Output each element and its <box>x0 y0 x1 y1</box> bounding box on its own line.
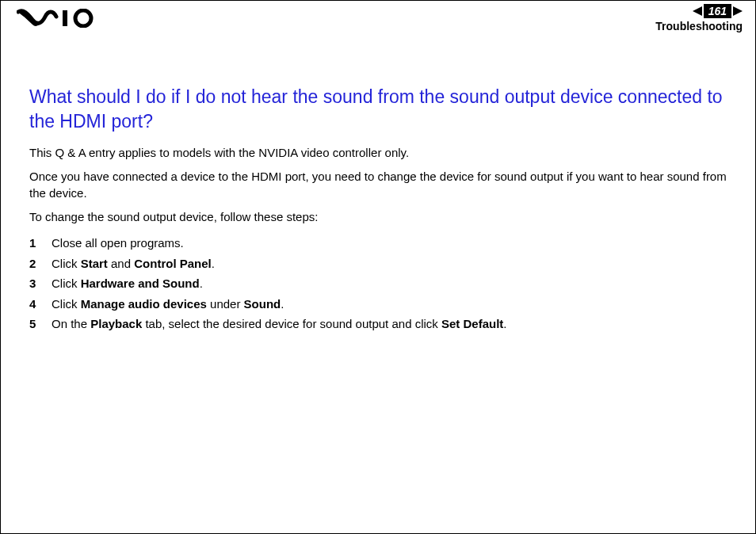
paragraph: This Q & A entry applies to models with … <box>29 145 727 161</box>
step-item: 3Click Hardware and Sound. <box>29 273 727 294</box>
vaio-logo <box>17 9 104 31</box>
section-label: Troubleshooting <box>655 20 743 32</box>
step-text: Click Manage audio devices under Sound. <box>52 294 284 315</box>
steps-list: 1Close all open programs.2Click Start an… <box>29 233 727 334</box>
step-item: 4Click Manage audio devices under Sound. <box>29 294 727 315</box>
page-prev-arrow-icon[interactable] <box>693 6 702 16</box>
step-number: 3 <box>29 273 52 294</box>
step-item: 1Close all open programs. <box>29 233 727 254</box>
paragraph: Once you have connected a device to the … <box>29 169 727 201</box>
step-text: Click Start and Control Panel. <box>52 254 215 274</box>
step-text: Close all open programs. <box>52 233 184 254</box>
page-next-arrow-icon[interactable] <box>733 6 743 16</box>
svg-rect-0 <box>63 10 67 26</box>
page-title: What should I do if I do not hear the so… <box>29 85 727 134</box>
step-text: On the Playback tab, select the desired … <box>52 314 507 334</box>
step-number: 4 <box>29 294 52 315</box>
step-item: 2Click Start and Control Panel. <box>29 254 727 274</box>
page-header: 161 Troubleshooting <box>1 1 755 37</box>
step-number: 1 <box>29 233 52 254</box>
paragraph: To change the sound output device, follo… <box>29 209 727 225</box>
page-content: What should I do if I do not hear the so… <box>1 37 755 334</box>
step-number: 5 <box>29 314 52 334</box>
step-text: Click Hardware and Sound. <box>52 273 203 294</box>
document-page: 161 Troubleshooting What should I do if … <box>0 0 756 534</box>
page-nav: 161 <box>693 4 743 18</box>
page-number: 161 <box>704 4 731 18</box>
svg-point-1 <box>75 10 91 26</box>
step-number: 2 <box>29 254 52 274</box>
step-item: 5On the Playback tab, select the desired… <box>29 314 727 334</box>
